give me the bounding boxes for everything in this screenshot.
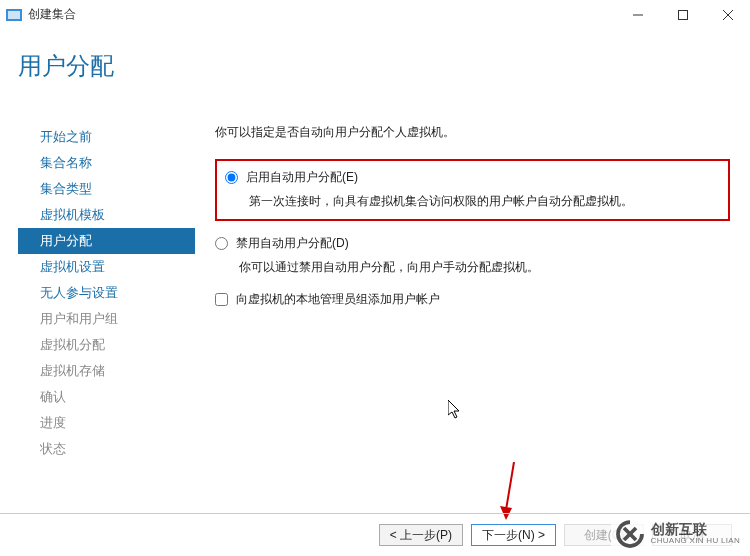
enable-auto-assign-radio[interactable] [225, 171, 238, 184]
sidebar-item-label: 进度 [40, 415, 66, 430]
sidebar: 开始之前 集合名称 集合类型 虚拟机模板 用户分配 虚拟机设置 无人参与设置 用… [0, 94, 195, 556]
sidebar-item-label: 无人参与设置 [40, 285, 118, 300]
highlight-box: 启用自动用户分配(E) 第一次连接时，向具有虚拟机集合访问权限的用户帐户自动分配… [215, 159, 730, 221]
sidebar-item-vm-template[interactable]: 虚拟机模板 [18, 202, 195, 228]
footer-separator [0, 513, 750, 514]
disable-auto-assign-radio[interactable] [215, 237, 228, 250]
footer-buttons: < 上一步(P) 下一步(N) > 创建(C) 取消 [379, 524, 732, 546]
svg-rect-3 [678, 11, 687, 20]
sidebar-item-label: 开始之前 [40, 129, 92, 144]
sidebar-item-label: 集合类型 [40, 181, 92, 196]
disable-auto-assign-desc: 你可以通过禁用自动用户分配，向用户手动分配虚拟机。 [215, 258, 730, 277]
sidebar-item-users-groups: 用户和用户组 [18, 306, 195, 332]
local-admin-checkbox-label: 向虚拟机的本地管理员组添加用户帐户 [236, 291, 440, 308]
sidebar-item-status: 状态 [18, 436, 195, 462]
next-button[interactable]: 下一步(N) > [471, 524, 556, 546]
sidebar-item-collection-name[interactable]: 集合名称 [18, 150, 195, 176]
local-admin-checkbox[interactable] [215, 293, 228, 306]
sidebar-item-label: 确认 [40, 389, 66, 404]
content-pane: 你可以指定是否自动向用户分配个人虚拟机。 启用自动用户分配(E) 第一次连接时，… [195, 94, 750, 556]
previous-button[interactable]: < 上一步(P) [379, 524, 463, 546]
sidebar-item-vm-settings[interactable]: 虚拟机设置 [18, 254, 195, 280]
sidebar-item-confirm: 确认 [18, 384, 195, 410]
local-admin-checkbox-row[interactable]: 向虚拟机的本地管理员组添加用户帐户 [215, 291, 730, 308]
enable-auto-assign-row[interactable]: 启用自动用户分配(E) [225, 169, 720, 186]
sidebar-item-user-assignment[interactable]: 用户分配 [18, 228, 195, 254]
sidebar-item-label: 状态 [40, 441, 66, 456]
sidebar-item-vm-storage: 虚拟机存储 [18, 358, 195, 384]
page-heading: 用户分配 [0, 30, 750, 94]
sidebar-item-label: 虚拟机设置 [40, 259, 105, 274]
sidebar-item-label: 用户分配 [40, 233, 92, 248]
window-title: 创建集合 [28, 6, 76, 23]
sidebar-item-label: 用户和用户组 [40, 311, 118, 326]
sidebar-item-label: 虚拟机存储 [40, 363, 105, 378]
app-icon [6, 7, 22, 23]
disable-auto-assign-row[interactable]: 禁用自动用户分配(D) [215, 235, 730, 252]
content-intro-text: 你可以指定是否自动向用户分配个人虚拟机。 [215, 124, 730, 141]
sidebar-item-collection-type[interactable]: 集合类型 [18, 176, 195, 202]
create-button: 创建(C) [564, 524, 644, 546]
sidebar-item-before-begin[interactable]: 开始之前 [18, 124, 195, 150]
minimize-button[interactable] [615, 0, 660, 30]
titlebar: 创建集合 [0, 0, 750, 30]
sidebar-item-unattended-settings[interactable]: 无人参与设置 [18, 280, 195, 306]
enable-auto-assign-desc: 第一次连接时，向具有虚拟机集合访问权限的用户帐户自动分配虚拟机。 [225, 192, 720, 211]
sidebar-item-vm-allocation: 虚拟机分配 [18, 332, 195, 358]
svg-rect-1 [8, 11, 20, 19]
window-controls [615, 0, 750, 29]
sidebar-item-progress: 进度 [18, 410, 195, 436]
cancel-button[interactable]: 取消 [652, 524, 732, 546]
sidebar-item-label: 虚拟机分配 [40, 337, 105, 352]
maximize-button[interactable] [660, 0, 705, 30]
sidebar-item-label: 集合名称 [40, 155, 92, 170]
sidebar-item-label: 虚拟机模板 [40, 207, 105, 222]
main-area: 开始之前 集合名称 集合类型 虚拟机模板 用户分配 虚拟机设置 无人参与设置 用… [0, 94, 750, 556]
disable-auto-assign-label: 禁用自动用户分配(D) [236, 235, 349, 252]
enable-auto-assign-label: 启用自动用户分配(E) [246, 169, 358, 186]
close-button[interactable] [705, 0, 750, 30]
